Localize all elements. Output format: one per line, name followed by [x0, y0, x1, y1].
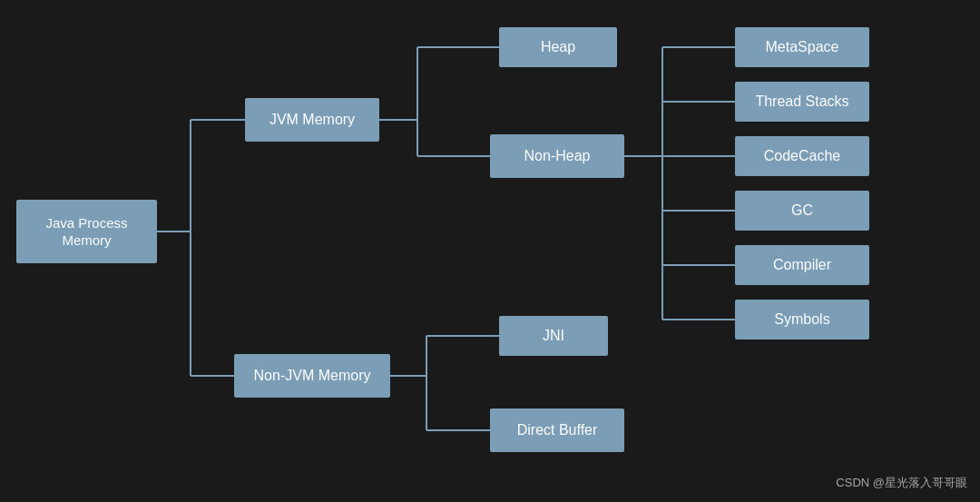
direct-buffer-node: Direct Buffer: [490, 408, 624, 452]
watermark: CSDN @星光落入哥哥眼: [836, 475, 967, 491]
jvm-memory-node: JVM Memory: [245, 98, 379, 142]
compiler-node: Compiler: [735, 245, 869, 285]
java-process-memory-node: Java Process Memory: [16, 200, 157, 263]
gc-node: GC: [735, 191, 869, 231]
non-jvm-memory-node: Non-JVM Memory: [234, 354, 390, 398]
symbols-node: Symbols: [735, 300, 869, 340]
metaspace-node: MetaSpace: [735, 27, 869, 67]
non-heap-node: Non-Heap: [490, 134, 624, 178]
thread-stacks-node: Thread Stacks: [735, 82, 869, 122]
jni-node: JNI: [499, 316, 608, 356]
code-cache-node: CodeCache: [735, 136, 869, 176]
heap-node: Heap: [499, 27, 617, 67]
diagram: Java Process Memory JVM Memory Heap Non-…: [0, 0, 980, 502]
